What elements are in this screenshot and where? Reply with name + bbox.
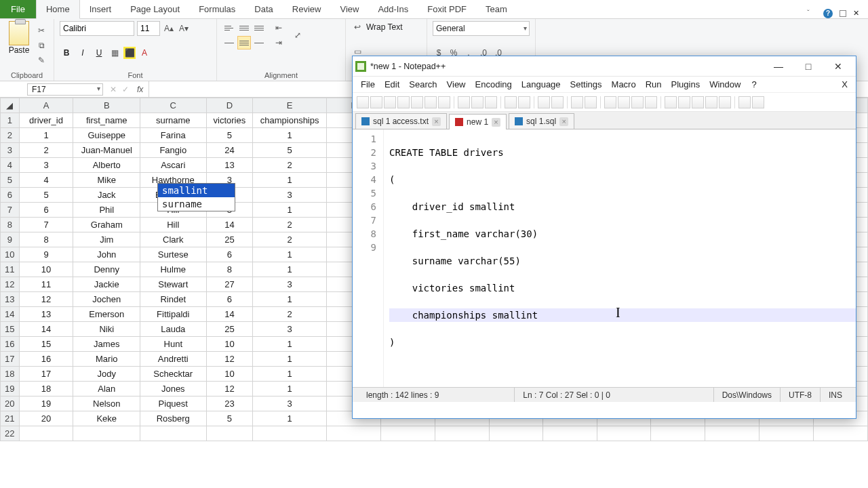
close-file-icon[interactable]: [411, 96, 423, 108]
menu-window[interactable]: Window: [705, 78, 745, 91]
tab-view[interactable]: View: [330, 0, 368, 18]
fill-color-icon[interactable]: ⬛: [123, 47, 136, 59]
npp-minimize-button[interactable]: —: [764, 57, 793, 76]
paste-icon[interactable]: [9, 21, 29, 45]
code-area[interactable]: CREATE TABLE drivers ( driver_id smallin…: [384, 129, 856, 387]
tab-page-layout[interactable]: Page Layout: [121, 0, 189, 18]
fx-icon[interactable]: fx: [132, 85, 149, 94]
paste-button[interactable]: Paste: [5, 45, 33, 55]
decrease-indent-icon[interactable]: ⇤: [273, 22, 285, 34]
copy-icon[interactable]: ⧉: [35, 39, 47, 52]
save-icon[interactable]: [384, 96, 396, 108]
help-icon[interactable]: ?: [823, 9, 833, 18]
save-all-icon[interactable]: [397, 96, 410, 108]
tab-review[interactable]: Review: [283, 0, 331, 18]
col-B[interactable]: B: [73, 98, 140, 113]
increase-font-icon[interactable]: A▴: [163, 22, 175, 35]
menu-file[interactable]: File: [357, 78, 379, 91]
enter-formula-icon[interactable]: ✓: [119, 83, 132, 96]
border-icon[interactable]: ▦: [108, 47, 121, 59]
func-list-icon[interactable]: [705, 96, 717, 108]
replace-icon[interactable]: [551, 96, 564, 108]
menu-encoding[interactable]: Encoding: [471, 78, 516, 91]
menu-settings[interactable]: Settings: [566, 78, 606, 91]
orientation-icon[interactable]: ⤢: [292, 29, 304, 41]
wrap-text-icon[interactable]: ↩: [351, 21, 363, 33]
font-size-select[interactable]: [137, 21, 160, 36]
number-format-select[interactable]: General: [433, 21, 530, 36]
window-close-icon[interactable]: ✕: [853, 9, 863, 18]
autocomplete-popup[interactable]: smallint surname: [157, 183, 235, 211]
play-macro-icon[interactable]: [752, 96, 764, 108]
cut-icon[interactable]: ✂: [35, 24, 47, 37]
menu-help[interactable]: ?: [747, 78, 760, 91]
new-file-icon[interactable]: [357, 96, 369, 108]
cut-icon[interactable]: [458, 96, 470, 108]
menu-search[interactable]: Search: [405, 78, 441, 91]
italic-button[interactable]: I: [76, 46, 90, 60]
menu-close-x[interactable]: X: [837, 78, 852, 91]
menu-run[interactable]: Run: [642, 78, 666, 91]
underline-button[interactable]: U: [92, 46, 106, 60]
show-all-chars-icon[interactable]: [645, 96, 657, 108]
bold-button[interactable]: B: [60, 46, 73, 60]
tab-file[interactable]: File: [0, 0, 36, 18]
paste-icon[interactable]: [485, 96, 497, 108]
npp-tab-sql1sql[interactable]: sql 1.sql ×: [509, 113, 574, 129]
autocomplete-item[interactable]: surname: [158, 197, 235, 211]
redo-icon[interactable]: [518, 96, 530, 108]
menu-edit[interactable]: Edit: [380, 78, 403, 91]
zoom-out-icon[interactable]: [585, 96, 597, 108]
cancel-formula-icon[interactable]: ✕: [107, 83, 119, 96]
tab-foxit[interactable]: Foxit PDF: [418, 0, 476, 18]
name-box[interactable]: F17: [27, 83, 103, 96]
npp-tab-new1[interactable]: new 1 ×: [449, 114, 507, 129]
table-row[interactable]: 22: [1, 426, 868, 441]
menu-macro[interactable]: Macro: [608, 78, 640, 91]
npp-editor[interactable]: 123456789 CREATE TABLE drivers ( driver_…: [353, 129, 856, 387]
wrap-text-button[interactable]: Wrap Text: [366, 22, 403, 32]
folder-icon[interactable]: [719, 96, 731, 108]
find-icon[interactable]: [538, 96, 550, 108]
close-all-icon[interactable]: [425, 96, 437, 108]
indent-guide-icon[interactable]: [665, 96, 677, 108]
sync-v-icon[interactable]: [604, 96, 616, 108]
npp-tab-sql1access[interactable]: sql 1 access.txt ×: [355, 113, 447, 129]
sync-h-icon[interactable]: [618, 96, 630, 108]
open-file-icon[interactable]: [370, 96, 382, 108]
tab-data[interactable]: Data: [245, 0, 282, 18]
menu-plugins[interactable]: Plugins: [667, 78, 705, 91]
tab-home[interactable]: Home: [36, 0, 80, 19]
increase-indent-icon[interactable]: ⇥: [273, 37, 285, 49]
menu-view[interactable]: View: [443, 78, 470, 91]
close-tab-icon[interactable]: ×: [432, 117, 441, 126]
col-D[interactable]: D: [206, 98, 253, 113]
format-painter-icon[interactable]: ✎: [35, 54, 47, 66]
print-icon[interactable]: [438, 96, 450, 108]
copy-icon[interactable]: [471, 96, 484, 108]
menu-language[interactable]: Language: [517, 78, 565, 91]
npp-maximize-button[interactable]: □: [793, 57, 823, 76]
tab-insert[interactable]: Insert: [80, 0, 121, 18]
udl-icon[interactable]: [678, 96, 690, 108]
col-A[interactable]: A: [19, 98, 73, 113]
wrap-icon[interactable]: [631, 96, 644, 108]
close-tab-icon[interactable]: ×: [559, 117, 568, 126]
close-tab-icon[interactable]: ×: [492, 118, 500, 127]
minimize-ribbon-icon[interactable]: ˇ: [807, 9, 816, 18]
npp-titlebar[interactable]: *new 1 - Notepad++ — □ ✕: [353, 56, 856, 77]
undo-icon[interactable]: [505, 96, 517, 108]
record-macro-icon[interactable]: [738, 96, 751, 108]
decrease-font-icon[interactable]: A▾: [178, 22, 190, 35]
autocomplete-item-selected[interactable]: smallint: [158, 184, 235, 197]
doc-map-icon[interactable]: [692, 96, 704, 108]
font-name-select[interactable]: [60, 21, 134, 36]
zoom-in-icon[interactable]: [571, 96, 583, 108]
npp-close-button[interactable]: ✕: [823, 57, 853, 76]
tab-team[interactable]: Team: [476, 0, 517, 18]
select-all-corner[interactable]: ◢: [1, 98, 20, 113]
tab-addins[interactable]: Add-Ins: [368, 0, 418, 18]
col-E[interactable]: E: [253, 98, 327, 113]
alignment-grid[interactable]: [222, 21, 266, 49]
font-color-icon[interactable]: A: [138, 47, 151, 59]
